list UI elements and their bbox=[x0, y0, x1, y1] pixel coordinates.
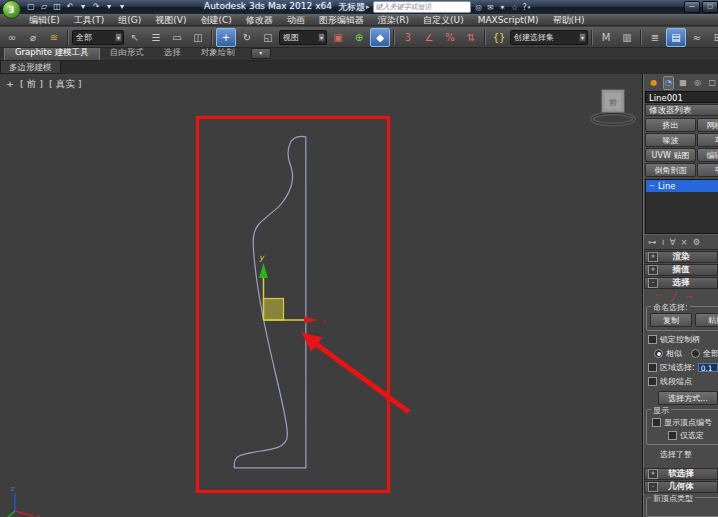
named-selection-sets-dropdown[interactable]: 创建选择集 bbox=[510, 30, 588, 45]
modifier-button[interactable]: UVW 贴图 bbox=[645, 148, 696, 162]
segment-subobject-icon[interactable]: ╱ bbox=[671, 292, 676, 302]
use-pivot-point-center-button[interactable]: ▣ bbox=[328, 28, 348, 47]
ribbon-minimize-button[interactable]: ▾ bbox=[251, 48, 271, 59]
modifier-button[interactable]: 挤出 bbox=[645, 118, 696, 132]
select-object-button[interactable]: ↖ bbox=[125, 28, 145, 47]
select-and-link-button[interactable]: ∞ bbox=[2, 28, 22, 47]
modifier-button[interactable]: 车削 bbox=[697, 133, 718, 147]
area-selection-value-field[interactable]: 0.1 bbox=[698, 363, 718, 372]
menu-item[interactable]: 编辑(E) bbox=[22, 14, 67, 26]
menu-item[interactable]: 渲染(R) bbox=[371, 14, 416, 26]
search-flyout-arrow-icon[interactable]: ▸ bbox=[366, 3, 370, 11]
expand-icon[interactable]: + bbox=[648, 469, 658, 479]
menu-item[interactable]: 视图(V) bbox=[148, 14, 193, 26]
undo-button[interactable]: ↶ bbox=[65, 1, 75, 12]
tab-display[interactable]: ▢ bbox=[706, 76, 718, 90]
keyboard-shortcut-override-toggle[interactable]: ◆ bbox=[370, 28, 390, 47]
menu-item[interactable]: 动画 bbox=[280, 14, 312, 26]
help-button[interactable]: ?▾ bbox=[523, 3, 531, 12]
maximize-button[interactable]: ▢ bbox=[702, 1, 718, 13]
rollout-interpolation[interactable]: + 插值 bbox=[644, 264, 718, 276]
layer-manager-button[interactable]: ≣ bbox=[645, 28, 665, 47]
paste-button[interactable]: 粘贴 bbox=[695, 313, 718, 327]
show-end-result-icon[interactable]: ≀ bbox=[662, 237, 665, 247]
communication-center-icon[interactable]: ✶ bbox=[498, 2, 508, 12]
menu-item[interactable]: MAXScript(M) bbox=[471, 14, 546, 26]
search-icon[interactable]: ◎ bbox=[474, 2, 484, 12]
rollout-soft-selection[interactable]: + 软选择 bbox=[644, 468, 718, 480]
menu-item[interactable]: 组(G) bbox=[111, 14, 148, 26]
viewport-menu-shading[interactable]: [ 真实 ] bbox=[49, 78, 81, 91]
menu-item[interactable]: 创建(C) bbox=[193, 14, 238, 26]
mirror-button[interactable]: M bbox=[596, 28, 616, 47]
new-file-button[interactable]: ▢ bbox=[26, 1, 36, 12]
expand-icon[interactable]: + bbox=[648, 265, 658, 275]
spline-subobject-icon[interactable]: ~ bbox=[685, 292, 693, 302]
infocenter-search-input[interactable]: 键入关键字或短语 bbox=[373, 1, 471, 13]
all-radio[interactable] bbox=[691, 349, 700, 358]
ribbon-tab-object-paint[interactable]: 对象绘制 bbox=[191, 46, 245, 60]
rollout-render[interactable]: + 渲染 bbox=[644, 251, 718, 263]
undo-dropdown[interactable]: ▾ bbox=[78, 1, 88, 12]
bind-to-space-warp-button[interactable]: ≋ bbox=[44, 28, 64, 47]
redo-button[interactable]: ↷ bbox=[91, 1, 101, 12]
gizmo-xy-plane-handle[interactable] bbox=[264, 299, 284, 321]
rollout-geometry[interactable]: - 几何体 bbox=[644, 481, 718, 493]
tab-motion[interactable]: ◎ bbox=[692, 76, 704, 90]
viewport-menu-view[interactable]: [ 前 ] bbox=[20, 78, 43, 91]
select-by-button[interactable]: 选择方式... bbox=[658, 391, 718, 405]
qat-customize-dropdown[interactable]: ▾ bbox=[117, 1, 127, 12]
vertex-subobject-icon[interactable]: ∵ bbox=[656, 292, 662, 302]
menu-item[interactable]: 帮助(H) bbox=[546, 14, 592, 26]
stack-item-line[interactable]: ~ Line bbox=[646, 180, 718, 192]
favorites-star-icon[interactable]: ☆ bbox=[510, 2, 520, 12]
object-name-field[interactable]: Line001 bbox=[645, 91, 718, 103]
rectangular-selection-region-button[interactable]: ▭ bbox=[167, 28, 187, 47]
curve-editor-button[interactable]: ≈ bbox=[687, 28, 707, 47]
show-vertex-numbers-checkbox[interactable] bbox=[652, 418, 661, 427]
menu-item[interactable]: 工具(T) bbox=[67, 14, 112, 26]
graphite-modeling-tools-toggle[interactable]: ▤ bbox=[666, 28, 686, 47]
window-crossing-toggle[interactable]: ◫ bbox=[188, 28, 208, 47]
viewcube[interactable]: 前 bbox=[592, 90, 634, 125]
modifier-button[interactable]: 编辑网格 bbox=[697, 148, 718, 162]
selection-filter-dropdown[interactable]: 全部 bbox=[72, 30, 124, 45]
menu-item[interactable]: 自定义(U) bbox=[416, 14, 471, 26]
ribbon-panel-tab-poly-modeling[interactable]: 多边形建模 bbox=[0, 61, 61, 74]
lock-handles-checkbox[interactable] bbox=[648, 335, 657, 344]
pin-stack-icon[interactable]: ⊶ bbox=[648, 237, 657, 247]
redo-dropdown[interactable]: ▾ bbox=[104, 1, 114, 12]
unlink-selection-button[interactable]: ⌀ bbox=[23, 28, 43, 47]
modifier-button[interactable]: 噪波 bbox=[645, 133, 696, 147]
collapse-icon[interactable]: - bbox=[648, 278, 658, 288]
copy-button[interactable]: 复制 bbox=[650, 313, 692, 327]
remove-modifier-icon[interactable]: × bbox=[681, 237, 688, 247]
angle-snap-toggle[interactable]: ∠ bbox=[419, 28, 439, 47]
make-unique-icon[interactable]: ∀ bbox=[670, 237, 676, 247]
tab-create[interactable]: ● bbox=[648, 76, 660, 90]
ribbon-tab-selection[interactable]: 选择 bbox=[154, 46, 191, 60]
modifier-list-dropdown[interactable]: 修改器列表 bbox=[645, 104, 718, 116]
application-menu-logo[interactable]: 3 bbox=[2, 0, 21, 19]
collapse-icon[interactable]: - bbox=[648, 482, 658, 492]
align-button[interactable]: ▥ bbox=[617, 28, 637, 47]
select-and-rotate-button[interactable]: ↻ bbox=[237, 28, 257, 47]
select-by-name-button[interactable]: ☰ bbox=[146, 28, 166, 47]
snaps-toggle-3d[interactable]: 3 bbox=[398, 28, 418, 47]
open-file-button[interactable]: ▱ bbox=[39, 1, 49, 12]
ribbon-tab-freeform[interactable]: 自由形式 bbox=[100, 46, 154, 60]
menu-item[interactable]: 修改器 bbox=[239, 14, 280, 26]
modifier-button[interactable]: 网格平滑 bbox=[697, 118, 718, 132]
tab-hierarchy[interactable]: ▦ bbox=[677, 76, 689, 90]
spinner-snap-toggle[interactable]: ⇅ bbox=[461, 28, 481, 47]
alike-radio[interactable] bbox=[654, 349, 663, 358]
schematic-view-button[interactable]: ⊞ bbox=[708, 28, 718, 47]
reference-coordinate-system-dropdown[interactable]: 视图 bbox=[279, 30, 327, 45]
viewport-menu-general[interactable]: + bbox=[6, 78, 14, 91]
save-file-button[interactable]: ◫ bbox=[52, 1, 62, 12]
segment-end-checkbox[interactable] bbox=[648, 377, 657, 386]
subscription-center-icon[interactable]: ✉ bbox=[486, 2, 496, 12]
menu-item[interactable]: 图形编辑器 bbox=[312, 14, 371, 26]
select-and-scale-button[interactable]: ◱ bbox=[258, 28, 278, 47]
front-viewport[interactable]: + [ 前 ] [ 真实 ] y x 前 z bbox=[0, 74, 643, 517]
